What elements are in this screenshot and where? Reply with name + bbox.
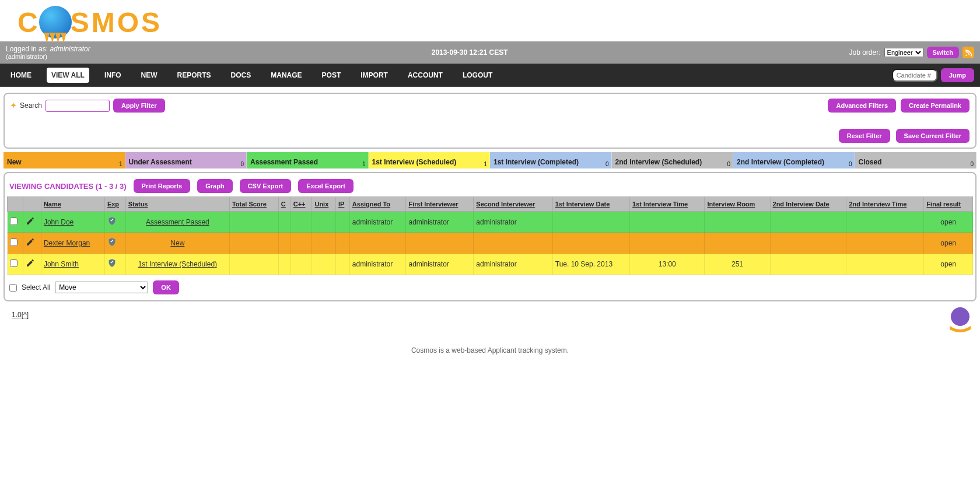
- cell: [290, 254, 312, 275]
- logged-in-user: administrator: [50, 45, 90, 53]
- stage-count: 1: [362, 161, 366, 167]
- nav-bar: HOMEVIEW ALLINFONEWREPORTSDOCSMANAGEPOST…: [0, 64, 980, 87]
- cell: [290, 233, 312, 254]
- cell: administrator: [349, 254, 406, 275]
- exp-icon[interactable]: [107, 236, 117, 248]
- nav-manage[interactable]: MANAGE: [266, 68, 306, 83]
- nav-view-all[interactable]: VIEW ALL: [47, 68, 89, 83]
- cell: 1st Interview (Scheduled): [125, 254, 229, 275]
- edit-icon[interactable]: [26, 216, 35, 226]
- cell: administrator: [406, 212, 474, 233]
- col-interview-room[interactable]: Interview Room: [705, 197, 770, 212]
- col-name[interactable]: Name: [41, 197, 104, 212]
- create-permalink-button[interactable]: Create Permalink: [901, 99, 970, 113]
- candidate-name-link[interactable]: Dexter Morgan: [44, 239, 90, 247]
- stage-new[interactable]: New1: [4, 152, 125, 168]
- jump-input[interactable]: [892, 69, 937, 82]
- col-final-result[interactable]: Final result: [924, 197, 973, 212]
- job-order-select[interactable]: Engineer: [884, 48, 923, 57]
- rss-icon[interactable]: [963, 47, 974, 58]
- print-reports-button[interactable]: Print Reports: [134, 179, 191, 193]
- footer-tagline: Cosmos is a web-based Applicant tracking…: [0, 335, 980, 354]
- save-filter-button[interactable]: Save Current Filter: [896, 129, 970, 143]
- logo-globe-icon: [39, 6, 72, 38]
- logged-in-role: (administrator): [6, 53, 90, 60]
- exp-icon[interactable]: [107, 215, 117, 227]
- col-total-score[interactable]: Total Score: [229, 197, 278, 212]
- cell: [552, 233, 629, 254]
- server-datetime: 2013-09-30 12:21 CEST: [432, 48, 508, 57]
- stage-closed[interactable]: Closed0: [855, 152, 977, 168]
- stage-under-assessment[interactable]: Under Assessment0: [125, 152, 247, 168]
- col-exp[interactable]: Exp: [104, 197, 125, 212]
- col-2nd-interview-time[interactable]: 2nd Interview Time: [846, 197, 924, 212]
- col-assigned-to[interactable]: Assigned To: [349, 197, 406, 212]
- nav-logout[interactable]: LOGOUT: [458, 68, 497, 83]
- col-ip[interactable]: IP: [335, 197, 349, 212]
- status-link[interactable]: Assessment Passed: [128, 218, 227, 226]
- switch-button[interactable]: Switch: [927, 47, 959, 58]
- stage-1st-interview-scheduled-[interactable]: 1st Interview (Scheduled)1: [369, 152, 491, 168]
- nav-import[interactable]: IMPORT: [356, 68, 393, 83]
- version-link[interactable]: 1.0[^]: [6, 305, 34, 325]
- nav-new[interactable]: NEW: [136, 68, 162, 83]
- exp-icon[interactable]: [107, 257, 117, 269]
- col-second-interviewer[interactable]: Second Interviewer: [474, 197, 552, 212]
- nav-post[interactable]: POST: [317, 68, 346, 83]
- reset-filter-button[interactable]: Reset Filter: [839, 129, 890, 143]
- table-row: Dexter MorganNewopen: [8, 233, 973, 254]
- cell: [104, 233, 125, 254]
- cell: [846, 254, 924, 275]
- nav-reports[interactable]: REPORTS: [173, 68, 216, 83]
- col-unix[interactable]: Unix: [312, 197, 335, 212]
- edit-icon[interactable]: [26, 237, 35, 247]
- logo: C SMOS: [0, 0, 980, 41]
- stage-assessment-passed[interactable]: Assessment Passed1: [247, 152, 369, 168]
- stage-2nd-interview-scheduled-[interactable]: 2nd Interview (Scheduled)0: [612, 152, 734, 168]
- table-row: John DoeAssessment Passedadministratorad…: [8, 212, 973, 233]
- col-2nd-interview-date[interactable]: 2nd Interview Date: [770, 197, 846, 212]
- stage-2nd-interview-completed-[interactable]: 2nd Interview (Completed)0: [733, 152, 855, 168]
- row-checkbox[interactable]: [10, 238, 18, 246]
- select-all-checkbox[interactable]: [9, 284, 17, 292]
- col-c-[interactable]: C++: [290, 197, 312, 212]
- nav-docs[interactable]: DOCS: [226, 68, 256, 83]
- excel-export-button[interactable]: Excel Export: [298, 179, 354, 193]
- cell: administrator: [474, 254, 552, 275]
- col-c[interactable]: C: [278, 197, 290, 212]
- stage-count: 0: [727, 161, 730, 167]
- stage-1st-interview-completed-[interactable]: 1st Interview (Completed)0: [490, 152, 612, 168]
- candidate-name-link[interactable]: John Smith: [44, 260, 79, 268]
- graph-button[interactable]: Graph: [197, 179, 232, 193]
- status-link[interactable]: 1st Interview (Scheduled): [128, 260, 227, 268]
- row-checkbox[interactable]: [10, 259, 18, 267]
- bulk-action-select[interactable]: Move: [55, 282, 148, 293]
- cell: administrator: [474, 212, 552, 233]
- nav-account[interactable]: ACCOUNT: [403, 68, 447, 83]
- cell: [312, 212, 335, 233]
- search-input[interactable]: [46, 100, 110, 112]
- advanced-filters-button[interactable]: Advanced Filters: [828, 99, 896, 113]
- apply-filter-button[interactable]: Apply Filter: [113, 99, 165, 113]
- cell: [8, 212, 23, 233]
- logo-c: C: [18, 6, 40, 38]
- nav-info[interactable]: INFO: [100, 68, 126, 83]
- select-all-label: Select All: [22, 283, 50, 292]
- jump-button[interactable]: Jump: [941, 68, 974, 82]
- csv-export-button[interactable]: CSV Export: [240, 179, 292, 193]
- nav-home[interactable]: HOME: [6, 68, 36, 83]
- candidate-name-link[interactable]: John Doe: [44, 218, 74, 226]
- col-first-interviewer[interactable]: First Interviewer: [406, 197, 474, 212]
- cell: [705, 233, 770, 254]
- col-1st-interview-time[interactable]: 1st Interview Time: [630, 197, 705, 212]
- expand-icon[interactable]: ✦: [10, 101, 16, 110]
- cell: [229, 212, 278, 233]
- col-status[interactable]: Status: [125, 197, 229, 212]
- cell: [349, 233, 406, 254]
- cell: 251: [705, 254, 770, 275]
- col-1st-interview-date[interactable]: 1st Interview Date: [552, 197, 629, 212]
- row-checkbox[interactable]: [10, 217, 18, 225]
- edit-icon[interactable]: [26, 258, 35, 268]
- status-link[interactable]: New: [128, 239, 227, 247]
- bulk-ok-button[interactable]: OK: [153, 280, 179, 294]
